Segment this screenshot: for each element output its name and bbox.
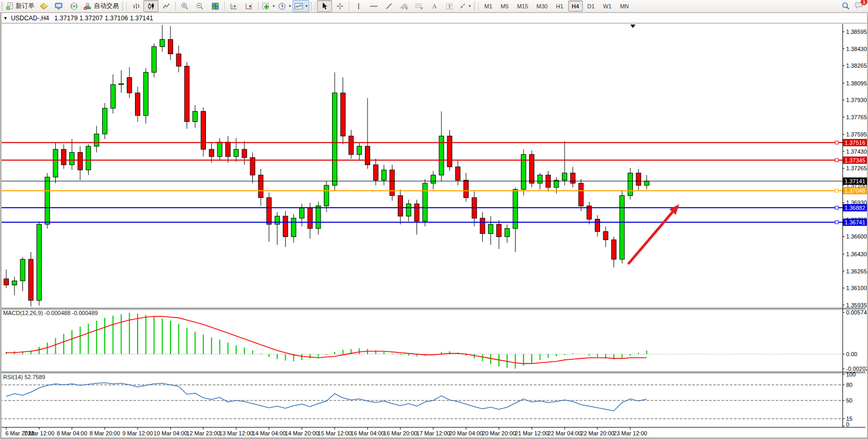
- svg-text:21 Mar 12:00: 21 Mar 12:00: [515, 430, 549, 436]
- zoom-out-button[interactable]: [192, 0, 207, 12]
- vertical-line-button[interactable]: [351, 0, 366, 12]
- candle-body: [127, 78, 132, 93]
- candle-body: [53, 149, 58, 177]
- zoom-out-icon: [195, 2, 204, 10]
- candle-body: [94, 134, 99, 146]
- candle-body: [406, 204, 411, 216]
- svg-text:1.36430: 1.36430: [846, 251, 867, 257]
- new-order-label: 新订单: [16, 2, 34, 10]
- svg-text:1.38595: 1.38595: [846, 29, 867, 35]
- chart-shift-button[interactable]: [241, 0, 256, 12]
- crosshair-button[interactable]: [332, 0, 347, 12]
- text-label-button[interactable]: T: [442, 0, 457, 12]
- horizontal-line-button[interactable]: [366, 0, 381, 12]
- zoom-in-button[interactable]: [177, 0, 192, 12]
- templates-button[interactable]: ▾: [292, 0, 309, 12]
- line-chart-button[interactable]: [158, 0, 174, 12]
- search-icon[interactable]: [841, 2, 850, 10]
- arrows-icon: [458, 2, 467, 10]
- timeframe-button-h1[interactable]: H1: [552, 1, 567, 11]
- svg-text:A: A: [432, 3, 437, 10]
- fibonacci-icon: F: [414, 2, 424, 10]
- candle-body: [505, 229, 509, 237]
- timeframe-button-m30[interactable]: M30: [533, 1, 551, 11]
- candle-body: [12, 281, 17, 285]
- timeframe-button-m1[interactable]: M1: [481, 1, 496, 11]
- tile-windows-button[interactable]: [207, 0, 223, 12]
- signals-icon: [69, 2, 79, 10]
- chart-window-titlebar[interactable]: ▼ USDCAD-,H4 1.37179 1.37207 1.37106 1.3…: [0, 12, 868, 23]
- indicators-icon: [262, 2, 271, 10]
- timeframe-button-m5[interactable]: M5: [497, 1, 512, 11]
- candlestick-chart-icon: [147, 2, 155, 10]
- candle-body: [185, 66, 189, 122]
- timeframe-button-m15[interactable]: M15: [514, 1, 532, 11]
- autotrading-button[interactable]: 自动交易: [81, 0, 120, 12]
- candle-body: [530, 155, 534, 183]
- line-handle: [835, 189, 838, 192]
- svg-text:0.005741: 0.005741: [846, 309, 868, 316]
- candle-body: [357, 146, 362, 155]
- svg-text:1.37516: 1.37516: [845, 140, 865, 146]
- navigator-button[interactable]: [51, 0, 66, 12]
- separator: [258, 2, 259, 10]
- svg-text:13 Mar 12:00: 13 Mar 12:00: [219, 430, 253, 436]
- svg-text:7 Mar 12:00: 7 Mar 12:00: [24, 430, 55, 436]
- new-order-icon: [6, 2, 14, 10]
- candle-body: [464, 180, 469, 198]
- trendline-button[interactable]: [381, 0, 396, 12]
- collapse-triangle-icon[interactable]: ▼: [3, 16, 8, 21]
- timeframe-button-h4[interactable]: H4: [568, 1, 583, 11]
- timeframe-button-w1[interactable]: W1: [600, 1, 616, 11]
- svg-text:1.36600: 1.36600: [846, 233, 867, 240]
- separator: [224, 2, 225, 10]
- svg-text:8 Mar 04:00: 8 Mar 04:00: [57, 430, 88, 436]
- cursor-button[interactable]: [317, 0, 332, 12]
- line-chart-icon: [162, 2, 170, 10]
- candle-body: [480, 218, 485, 234]
- notifications-button[interactable]: 1: [854, 1, 864, 11]
- candle-body: [316, 206, 321, 228]
- periods-button[interactable]: ▾: [276, 0, 292, 12]
- candle-body: [242, 149, 247, 158]
- data-window-button[interactable]: [36, 0, 51, 12]
- new-order-button[interactable]: 新订单: [4, 0, 36, 12]
- chart-canvas[interactable]: 1.385951.384301.382651.380951.379301.377…: [0, 24, 868, 439]
- bar-chart-button[interactable]: [128, 0, 143, 12]
- svg-text:80: 80: [846, 382, 852, 388]
- timeframe-button-mn[interactable]: MN: [616, 1, 632, 11]
- separator: [126, 2, 127, 10]
- candle-body: [119, 84, 124, 85]
- svg-text:1.36741: 1.36741: [845, 219, 865, 225]
- svg-text:T: T: [448, 3, 451, 9]
- signals-button[interactable]: [66, 0, 81, 12]
- chart-shift-icon: [244, 2, 253, 10]
- equidistant-channel-button[interactable]: E: [396, 0, 411, 12]
- candle-body: [234, 149, 239, 157]
- data-window-icon: [39, 2, 48, 10]
- candle-body: [20, 259, 25, 281]
- fibonacci-button[interactable]: F: [411, 0, 426, 12]
- indicators-button[interactable]: ▾: [260, 0, 276, 12]
- macd-indicator-label: MACD(12,26,9) -0.000488 -0.000489: [3, 310, 98, 316]
- text-icon: A: [431, 2, 438, 10]
- candlestick-chart-button[interactable]: [143, 0, 158, 12]
- dropdown-caret-icon: ▾: [289, 4, 291, 8]
- main-toolbar: 新订单 自动交易: [0, 0, 868, 12]
- candle-body: [488, 224, 493, 234]
- navigator-icon: [54, 2, 64, 10]
- auto-scroll-icon: [229, 2, 238, 10]
- candle-body: [259, 175, 263, 197]
- svg-text:1.37265: 1.37265: [846, 165, 867, 171]
- timeframe-button-d1[interactable]: D1: [584, 1, 598, 11]
- svg-text:12 Mar 23:00: 12 Mar 23:00: [187, 430, 221, 436]
- autotrading-icon: [83, 2, 92, 10]
- dropdown-caret-icon: ▾: [469, 4, 471, 8]
- text-button[interactable]: A: [426, 0, 442, 12]
- svg-text:1.37765: 1.37765: [846, 114, 867, 120]
- equidistant-channel-icon: E: [399, 2, 409, 10]
- arrows-button[interactable]: ▾: [457, 0, 472, 12]
- candle-body: [579, 183, 583, 206]
- auto-scroll-button[interactable]: [226, 0, 241, 12]
- svg-text:16 Mar 04:00: 16 Mar 04:00: [351, 430, 385, 436]
